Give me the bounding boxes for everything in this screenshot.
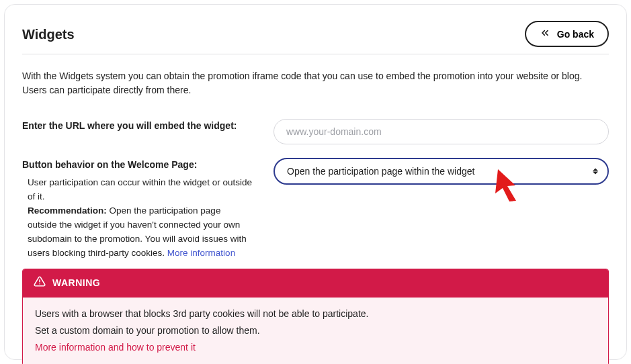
help-line1: User participation can occur within the …	[28, 177, 252, 201]
warning-header: WARNING	[23, 269, 608, 298]
widgets-panel: Widgets Go back With the Widgets system …	[4, 4, 627, 360]
behavior-help-text: User participation can occur within the …	[22, 176, 257, 261]
more-information-link[interactable]: More information	[167, 248, 235, 258]
behavior-row: Button behavior on the Welcome Page: Use…	[22, 158, 609, 261]
go-back-label: Go back	[557, 29, 594, 40]
form-area: Enter the URL where you will embed the w…	[22, 119, 609, 261]
warning-box: WARNING Users with a browser that blocks…	[22, 269, 609, 364]
url-input[interactable]	[274, 119, 609, 144]
url-row: Enter the URL where you will embed the w…	[22, 119, 609, 144]
warning-title: WARNING	[52, 276, 100, 290]
page-title: Widgets	[22, 24, 75, 44]
url-label: Enter the URL where you will embed the w…	[22, 120, 237, 131]
warning-triangle-icon	[34, 275, 46, 291]
help-reco-label: Recommendation:	[28, 206, 107, 216]
behavior-select[interactable]: Open the participation page within the w…	[274, 158, 609, 185]
chevron-double-left-icon	[540, 28, 550, 40]
warning-body: Users with a browser that blocks 3rd par…	[23, 298, 608, 364]
behavior-label: Button behavior on the Welcome Page:	[22, 159, 197, 170]
warning-line2: Set a custom domain to your promotion to…	[35, 324, 596, 338]
go-back-button[interactable]: Go back	[525, 21, 609, 47]
panel-header: Widgets Go back	[22, 21, 609, 54]
warning-line1: Users with a browser that blocks 3rd par…	[35, 307, 596, 321]
intro-text: With the Widgets system you can obtain t…	[22, 69, 609, 97]
warning-more-info-link[interactable]: More information and how to prevent it	[35, 342, 196, 353]
